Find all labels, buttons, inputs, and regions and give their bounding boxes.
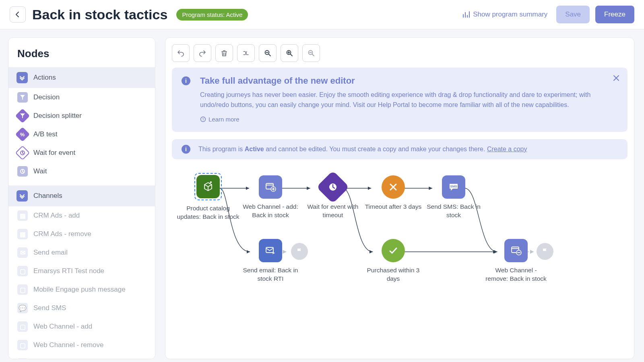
undo-button[interactable]: [172, 44, 190, 62]
zoom-out-button[interactable]: [259, 44, 277, 62]
flow-endcap[interactable]: [291, 243, 308, 260]
flow-node-trigger[interactable]: Product catalog updates: Back in stock: [176, 173, 240, 221]
readonly-strip: i This program is Active and cannot be e…: [172, 139, 627, 159]
info-icon: i: [182, 76, 190, 85]
show-summary-link[interactable]: Show program summary: [462, 10, 547, 19]
chevron-down-icon: [17, 72, 28, 83]
check-icon: [382, 239, 405, 262]
sidebar-title: Nodes: [8, 45, 155, 67]
node-ab-test[interactable]: % A/B test: [8, 125, 155, 144]
section-channels-header[interactable]: Channels: [8, 185, 155, 206]
zoom-fit-icon: [308, 49, 315, 57]
flow-node-webchannel-add[interactable]: Web Channel - add: Back in stock: [238, 175, 303, 220]
save-button[interactable]: Save: [556, 6, 590, 23]
flag-icon: [291, 243, 308, 260]
rti-icon: ▢: [17, 266, 28, 276]
branch-icon: [242, 49, 250, 57]
delete-button[interactable]: [215, 44, 233, 62]
section-actions-header[interactable]: Actions: [8, 67, 155, 88]
web-remove-icon: [504, 239, 528, 262]
chevron-left-icon: [14, 11, 21, 18]
banner-body: Creating journeys has never been easier.…: [200, 90, 618, 110]
timeout-icon: [382, 175, 405, 199]
ads-remove-icon: ▦: [17, 229, 28, 239]
push-icon: ▢: [17, 284, 28, 295]
node-decision-splitter[interactable]: Decision splitter: [8, 107, 155, 125]
node-mobile-inapp-add[interactable]: ▢Mobile in-app - add: [8, 354, 155, 359]
info-banner: i Take full advantage of the new editor …: [172, 68, 627, 132]
node-web-channel-remove[interactable]: ▢Web Channel - remove: [8, 336, 155, 354]
flow-node-purchased[interactable]: Purchased within 3 days: [361, 239, 425, 283]
back-button[interactable]: [10, 6, 26, 23]
clock-icon: [17, 166, 28, 177]
canvas-area: i Take full advantage of the new editor …: [155, 29, 644, 359]
sms-icon: SMS: [442, 175, 465, 199]
flag-icon: [537, 243, 553, 260]
node-wait-for-event[interactable]: Wait for event: [8, 144, 155, 162]
page-header: Back in stock tactics Program status: Ac…: [0, 0, 644, 29]
flow-endcap[interactable]: [537, 243, 553, 260]
svg-text:?: ?: [202, 117, 204, 121]
sms-icon: 💬: [17, 303, 28, 313]
freeze-button[interactable]: Freeze: [595, 6, 634, 23]
ads-add-icon: ▦: [17, 210, 28, 221]
redo-icon: [199, 49, 206, 57]
node-emarsys-rti[interactable]: ▢Emarsys RTI Test node: [8, 262, 155, 280]
canvas-toolbar: [172, 44, 627, 68]
branch-button[interactable]: [237, 44, 255, 62]
email-send-icon: [259, 239, 282, 262]
trash-icon: [221, 49, 228, 57]
email-icon: ✉: [17, 247, 28, 258]
flow-node-timeout[interactable]: Timeout after 3 days: [361, 175, 425, 211]
node-web-channel-add[interactable]: ▢Web Channel - add: [8, 317, 155, 336]
zoom-in-icon: [286, 49, 293, 57]
node-crm-ads-add[interactable]: ▦CRM Ads - add: [8, 206, 155, 225]
node-decision[interactable]: Decision: [8, 88, 155, 107]
redo-button[interactable]: [194, 44, 211, 62]
web-add-icon: [259, 175, 282, 199]
clock-diamond-icon: [316, 171, 349, 204]
info-icon: i: [182, 145, 190, 154]
web-remove-icon: ▢: [17, 340, 28, 350]
banner-title: Take full advantage of the new editor: [200, 76, 618, 86]
help-icon: ?: [200, 116, 206, 122]
create-copy-link[interactable]: Create a copy: [487, 146, 527, 152]
svg-text:SMS: SMS: [450, 185, 457, 188]
undo-icon: [177, 49, 184, 57]
filter-icon: [17, 92, 28, 103]
banner-close-button[interactable]: [612, 74, 620, 84]
node-wait[interactable]: Wait: [8, 162, 155, 181]
diamond-splitter-icon: [15, 109, 30, 123]
zoom-in-button[interactable]: [281, 44, 298, 62]
zoom-fit-button[interactable]: [302, 44, 320, 62]
nodes-sidebar: Nodes Actions Decision Decision splitter…: [8, 37, 155, 359]
chevron-down-icon: [17, 190, 28, 202]
svg-rect-18: [266, 247, 273, 253]
web-add-icon: ▢: [17, 321, 28, 332]
node-send-sms[interactable]: 💬Send SMS: [8, 299, 155, 317]
close-icon: [612, 74, 620, 82]
node-crm-ads-remove[interactable]: ▦CRM Ads - remove: [8, 225, 155, 243]
journey-canvas[interactable]: Product catalog updates: Back in stock W…: [172, 167, 627, 336]
mobile-inapp-icon: ▢: [17, 358, 28, 359]
catalog-icon: [196, 175, 220, 198]
flow-node-send-sms[interactable]: SMS Send SMS: Back in stock: [421, 175, 486, 220]
clock-event-icon: [15, 146, 30, 160]
flow-node-wait-event[interactable]: Wait for event with timeout: [301, 175, 365, 220]
learn-more-link[interactable]: ? Learn more: [200, 116, 239, 123]
percent-icon: %: [15, 127, 30, 142]
bar-chart-icon: [462, 11, 470, 18]
zoom-out-icon: [264, 49, 271, 57]
node-send-email[interactable]: ✉Send email: [8, 243, 155, 262]
status-badge: Program status: Active: [176, 9, 248, 21]
node-mobile-push[interactable]: ▢Mobile Engage push message: [8, 280, 155, 299]
page-title: Back in stock tactics: [32, 7, 167, 23]
